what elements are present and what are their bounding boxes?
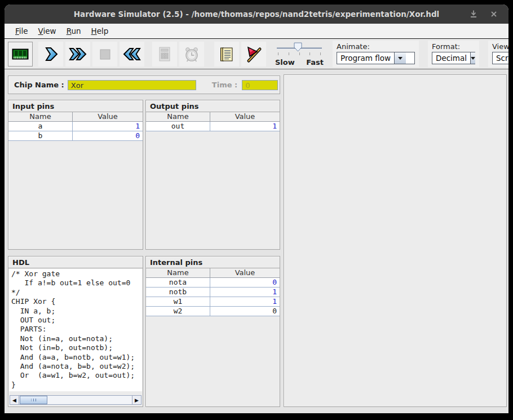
close-icon [488,8,499,20]
time-field: 0 [242,80,278,90]
table-row: out 1 [146,122,280,131]
code-line: And (a=nota, b=b, out=w2); [11,362,142,371]
internal-pins-title: Internal pins [146,257,280,268]
menu-help[interactable]: Help [86,24,114,38]
slider-slow-label: Slow [275,58,295,67]
pin-value: 1 [210,297,280,306]
reset-button[interactable] [120,42,144,67]
speed-slider: Slow Fast [275,41,324,67]
pin-value: 1 [210,122,280,131]
scroll-right-button[interactable]: ▶ [132,396,141,404]
window-title: Hardware Simulator (2.5) - /home/thomas/… [74,10,440,19]
main-content: Chip Name : Xor Time : 0 Input pins Name… [5,69,508,413]
code-line: */ [11,288,142,297]
internal-pins-panel: Internal pins Name Value nota 0 notb 1 w… [145,256,280,407]
menu-bar: File View Run Help [5,24,508,39]
rewind-icon [122,45,141,63]
format-label: Format: [432,42,475,51]
minimize-icon [468,8,479,20]
scroll-left-button[interactable]: ◀ [10,396,19,404]
table-row: w2 0 [146,307,280,316]
code-line: Or (a=w1, b=w2, out=out); [11,371,142,380]
column-header-value: Value [73,112,143,121]
hdl-panel: HDL /* Xor gate If a!=b out=1 else out=0… [8,256,143,407]
breakpoint-flag-icon [245,45,263,63]
time-label: Time : [212,81,237,89]
script-icon [218,45,236,63]
input-pins-table: Name Value a 1 b 0 [8,112,143,141]
table-row: nota 0 [146,278,280,288]
code-line: OUT out; [11,316,142,325]
chip-icon [11,45,30,64]
single-step-button[interactable] [38,42,63,67]
chip-name-bar: Chip Name : Xor Time : 0 [8,76,280,94]
animate-group: Animate: Program flow [333,41,419,67]
code-line: IN a, b; [11,307,142,316]
format-group: Format: Decimal [428,41,479,67]
input-pins-panel: Input pins Name Value a 1 b 0 [8,100,143,250]
code-line: And (a=a, b=notb, out=w1); [11,353,142,362]
code-line: Not (in=b, out=notb); [11,343,142,352]
scrollbar-thumb[interactable] [20,396,47,404]
format-dropdown-button[interactable] [470,52,475,64]
column-header-value: Value [210,112,280,121]
pin-name: b [8,131,73,140]
animate-dropdown[interactable]: Program flow [337,52,415,64]
column-header-name: Name [146,112,210,121]
load-chip-button[interactable] [8,42,33,67]
pin-value: 0 [210,278,280,287]
pin-value[interactable]: 1 [73,122,143,131]
view-dropdown[interactable]: Screen [492,52,508,64]
app-window: Hardware Simulator (2.5) - /home/thomas/… [5,5,508,413]
pin-value: 1 [210,288,280,297]
run-button[interactable] [65,42,90,67]
column-header-name: Name [8,112,73,121]
format-value: Decimal [432,52,470,64]
single-step-icon [42,45,60,63]
code-line: /* Xor gate [11,269,142,278]
chevron-down-icon [471,57,475,60]
code-line: If a!=b out=1 else out=0 [11,278,142,288]
title-bar[interactable]: Hardware Simulator (2.5) - /home/thomas/… [5,5,508,24]
hdl-code-view: /* Xor gate If a!=b out=1 else out=0 */ … [9,269,142,391]
menu-file[interactable]: File [10,24,33,38]
pin-value[interactable]: 0 [73,131,143,140]
slider-thumb-icon [294,42,302,52]
close-button[interactable] [488,8,499,20]
pin-name: a [8,122,73,131]
column-header-name: Name [146,268,210,277]
stop-icon [96,45,114,63]
pin-name: w2 [146,307,210,316]
output-pins-panel: Output pins Name Value out 1 [145,100,280,250]
menu-view[interactable]: View [33,24,61,38]
output-pins-table: Name Value out 1 [146,112,280,131]
internal-pins-table: Name Value nota 0 notb 1 w1 1 w2 0 [146,268,280,316]
animate-dropdown-button[interactable] [394,52,406,64]
output-pins-title: Output pins [146,100,280,112]
pin-value: 0 [210,307,280,316]
table-row: a 1 [8,122,143,131]
input-pins-title: Input pins [8,100,143,112]
table-row: w1 1 [146,297,280,307]
chip-name-label: Chip Name : [14,81,64,89]
animate-label: Animate: [337,42,415,51]
column-header-value: Value [210,268,280,277]
table-row: b 0 [8,131,143,141]
toolbar: Slow Fast Animate: Program flow Format: … [5,39,508,69]
pin-name: out [146,122,210,131]
clock-icon [183,45,201,63]
menu-run[interactable]: Run [61,24,86,38]
script-button[interactable] [214,42,239,67]
horizontal-scrollbar[interactable]: ◀ ▶ [10,395,141,405]
pin-name: nota [146,278,210,287]
code-line: PARTS: [11,325,142,334]
chip-name-field[interactable]: Xor [68,80,196,90]
table-row: notb 1 [146,288,280,297]
gui-display-panel [284,74,507,407]
format-dropdown[interactable]: Decimal [432,52,475,64]
animate-value: Program flow [337,52,394,64]
breakpoints-button[interactable] [241,42,266,67]
code-line: } [11,381,142,390]
minimize-button[interactable] [468,8,479,20]
stop-button[interactable] [92,42,117,67]
